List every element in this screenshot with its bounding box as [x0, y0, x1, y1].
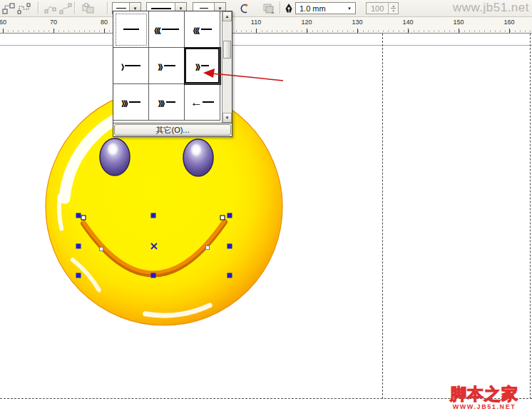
- arrowhead-glyph: ›: [121, 57, 126, 75]
- selection-handle[interactable]: [151, 273, 156, 278]
- convert-to-line-icon: [44, 3, 57, 14]
- scrollbar[interactable]: ▲ ▼: [222, 11, 232, 123]
- ruler-major-tick: [3, 29, 4, 33]
- ruler-tick-label: 70: [50, 19, 57, 26]
- ruler-major-tick: [53, 29, 54, 33]
- arrowhead-none[interactable]: [113, 11, 149, 48]
- chevron-down-icon[interactable]: ▼: [344, 6, 355, 11]
- ruler-major-tick: [408, 29, 409, 33]
- selection-handle[interactable]: [227, 244, 232, 249]
- page-top-guide: [0, 45, 532, 46]
- other-arrowheads-button[interactable]: 其它(O)...: [114, 124, 231, 136]
- arrowhead-double-barb-small[interactable]: ››: [185, 48, 220, 84]
- arrowhead-line: [166, 101, 175, 103]
- other-button-bar: 其它(O)...: [113, 123, 232, 136]
- property-bar: ▼ ▼ ▼ 1.0 mm ▼ 100: [0, 0, 532, 17]
- curve-node-end[interactable]: [220, 215, 225, 220]
- curve-node-mid-right[interactable]: [206, 246, 210, 250]
- arrowhead-line: [203, 101, 214, 103]
- ruler-major-tick: [256, 29, 257, 33]
- right-eye-highlight: [190, 143, 203, 158]
- convert-to-curve-icon: [59, 3, 72, 14]
- ruler-tick-label: 60: [0, 19, 6, 26]
- arrowhead-single-barb[interactable]: ›: [113, 48, 149, 84]
- arrowhead-picker-panel: ‹‹‹‹‹‹›››››››››››← ▲ ▼ 其它(O)...: [113, 11, 232, 137]
- curve-node-mid-left[interactable]: [100, 248, 103, 251]
- arrowhead-glyph: ›››: [158, 93, 166, 111]
- arrowhead-line: [125, 65, 140, 66]
- selection-handle[interactable]: [227, 273, 232, 278]
- outline-width-select[interactable]: 1.0 mm ▼: [295, 2, 356, 14]
- arrowhead-line: [201, 65, 209, 66]
- opacity-value: 100: [367, 4, 388, 13]
- ruler-major-tick: [509, 29, 510, 33]
- break-curve-icon: [2, 3, 15, 14]
- ruler-major-tick: [357, 29, 358, 33]
- scroll-up-button[interactable]: ▲: [222, 11, 232, 21]
- arrowhead-glyph: ←: [190, 96, 203, 108]
- arrowhead-line: [123, 29, 139, 30]
- ruler-tick-label: 80: [101, 19, 108, 26]
- arrowhead-glyph: ››: [158, 57, 163, 75]
- selection-handle[interactable]: [76, 244, 81, 249]
- page-right-margin-guide: [382, 34, 383, 399]
- watermark-bottom: 脚本之家 WWW.JB51.NET: [438, 385, 531, 410]
- left-eye-highlight: [107, 143, 119, 157]
- app-window: { "toolbar": { "outline_width_value": "1…: [0, 0, 532, 416]
- arrowhead-glyph: ‹‹‹: [193, 21, 201, 39]
- scroll-up-icon: ▲: [225, 14, 230, 19]
- close-curve-button[interactable]: [237, 2, 251, 14]
- scroll-down-icon: ▼: [225, 116, 230, 120]
- selection-handle[interactable]: [227, 213, 232, 218]
- ruler-major-tick: [104, 29, 105, 33]
- copy-properties-icon: [262, 3, 275, 14]
- ruler-tick-label: 130: [352, 19, 362, 26]
- scrollbar-thumb[interactable]: [223, 41, 231, 59]
- extract-subpath-icon: [17, 3, 31, 14]
- arrowhead-triple-chevron-long[interactable]: ‹‹‹: [149, 11, 185, 48]
- arrowhead-line: [162, 29, 179, 30]
- arrowhead-grid: ‹‹‹‹‹‹›››››››››››←: [113, 11, 222, 121]
- arrowhead-double-barb[interactable]: ››: [149, 48, 185, 84]
- ruler-tick-label: 110: [251, 19, 261, 26]
- close-curve-icon: [238, 3, 250, 14]
- join-curves-button[interactable]: [80, 2, 98, 14]
- arrowhead-glyph: ›››: [121, 93, 129, 111]
- ruler-minor-ticks: [0, 31, 532, 31]
- drawing-canvas[interactable]: [0, 34, 532, 416]
- highlight-sliver-left: [59, 196, 61, 229]
- selection-handle[interactable]: [76, 273, 81, 278]
- watermark-site-url: WWW.JB51.NET: [438, 403, 531, 410]
- ruler-major-tick: [307, 29, 307, 33]
- pen-nib-icon: [284, 2, 294, 14]
- arrowhead-line: [129, 101, 140, 103]
- spin-down-icon[interactable]: ▼: [392, 9, 395, 12]
- spin-up-icon[interactable]: ▲: [392, 4, 395, 7]
- arrowhead-simple-arrow[interactable]: ←: [185, 84, 220, 121]
- arrowhead-triple-barb-a[interactable]: ›››: [113, 84, 149, 121]
- convert-to-line-button[interactable]: [44, 2, 58, 14]
- arrowhead-line: [201, 29, 212, 30]
- convert-to-curve-button[interactable]: [58, 2, 73, 14]
- ruler-tick-label: 140: [402, 19, 413, 26]
- ruler-tick-label: 160: [503, 19, 514, 26]
- ruler-tick-label: 120: [301, 19, 312, 26]
- extract-subpath-button[interactable]: [17, 2, 31, 14]
- curve-node-start[interactable]: [81, 215, 86, 220]
- page-bleed-right-guide: [530, 34, 531, 399]
- selection-handle[interactable]: [76, 213, 81, 218]
- arrowhead-glyph: ‹‹‹: [154, 21, 162, 39]
- outline-width-value: 1.0 mm: [296, 4, 344, 13]
- scroll-down-button[interactable]: ▼: [222, 113, 232, 123]
- copy-properties-button[interactable]: [262, 2, 276, 14]
- arrowhead-triple-chevron-short[interactable]: ‹‹‹: [185, 11, 220, 48]
- selection-handle[interactable]: [151, 213, 156, 218]
- spin-buttons[interactable]: ▲ ▼: [388, 3, 398, 14]
- opacity-spinner[interactable]: 100 ▲ ▼: [366, 2, 399, 14]
- watermark-site-name: 脚本之家: [438, 385, 531, 403]
- ruler: 60708090100110120130140150160: [0, 17, 532, 34]
- arrowhead-triple-barb-b[interactable]: ›››: [149, 84, 185, 121]
- arrowhead-line: [164, 65, 175, 66]
- break-curve-button[interactable]: [1, 2, 16, 14]
- arrowhead-glyph: ››: [195, 57, 201, 75]
